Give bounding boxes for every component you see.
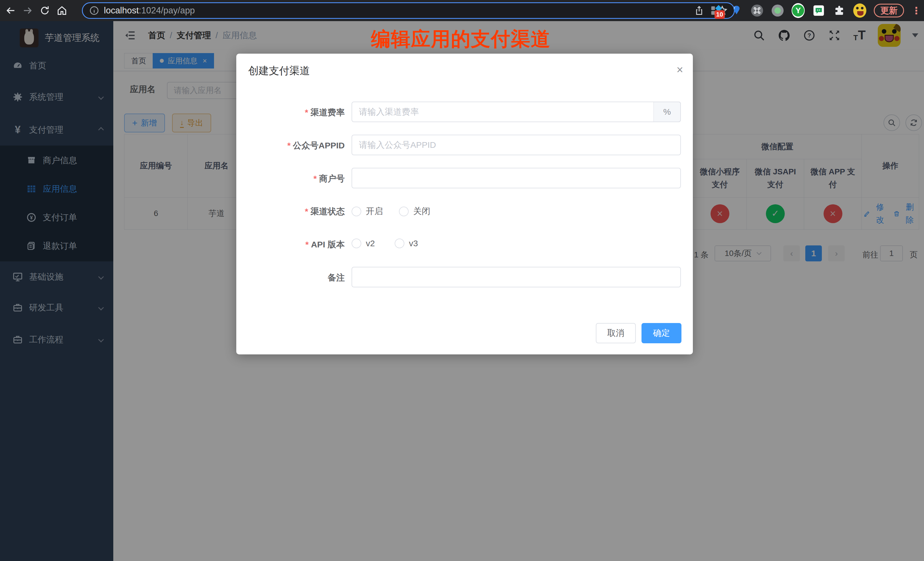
extension-y-icon[interactable]: Y bbox=[792, 4, 805, 17]
remark-label: 备注 bbox=[239, 272, 345, 284]
extension-command-icon[interactable] bbox=[750, 4, 764, 17]
extensions-puzzle-icon[interactable] bbox=[832, 4, 846, 17]
appid-label: 公众号APPID bbox=[239, 140, 345, 152]
extension-badge: 10 bbox=[714, 10, 725, 19]
url-path: :1024/pay/app bbox=[139, 5, 195, 15]
confirm-button[interactable]: 确定 bbox=[642, 323, 681, 343]
app-viewport: 芋道管理系统 首页 系统管理 ¥ 支付管理 bbox=[0, 21, 924, 561]
required-asterisk bbox=[305, 108, 308, 117]
annotation-text: 编辑应用的支付渠道 bbox=[371, 26, 576, 52]
required-asterisk bbox=[305, 207, 308, 216]
extensions-row: 10 Y bbox=[710, 0, 921, 21]
browser-menu-icon[interactable] bbox=[912, 5, 921, 16]
required-asterisk bbox=[305, 240, 309, 249]
remark-input[interactable] bbox=[352, 267, 681, 287]
forward-icon[interactable] bbox=[21, 4, 34, 17]
site-info-icon[interactable] bbox=[89, 5, 99, 16]
url-text: localhost:1024/pay/app bbox=[104, 5, 694, 16]
extension-green-dot-icon[interactable] bbox=[771, 4, 784, 17]
profile-emoji-avatar[interactable] bbox=[853, 4, 866, 17]
rate-suffix: % bbox=[654, 102, 681, 122]
extension-chat-icon[interactable] bbox=[812, 4, 825, 17]
status-radio-closed[interactable]: 关闭 bbox=[399, 206, 430, 217]
required-asterisk bbox=[287, 141, 291, 150]
update-label: 更新 bbox=[880, 5, 897, 16]
required-asterisk bbox=[314, 174, 317, 183]
back-icon[interactable] bbox=[4, 4, 17, 17]
radio-circle-icon bbox=[394, 238, 404, 248]
home-icon[interactable] bbox=[56, 4, 69, 17]
dialog-close-icon[interactable] bbox=[676, 64, 683, 75]
radio-circle-icon bbox=[352, 207, 361, 216]
dialog-title: 创建支付渠道 bbox=[248, 64, 310, 78]
status-label: 渠道状态 bbox=[239, 206, 345, 218]
browser-update-button[interactable]: 更新 bbox=[874, 4, 904, 17]
api-radio-v2[interactable]: v2 bbox=[352, 238, 375, 248]
reload-icon[interactable] bbox=[38, 4, 51, 17]
mch-label: 商户号 bbox=[239, 173, 345, 184]
radio-circle-icon bbox=[352, 238, 361, 248]
api-radio-v3[interactable]: v3 bbox=[394, 238, 418, 248]
cancel-button[interactable]: 取消 bbox=[596, 323, 636, 343]
extension-balloon-icon[interactable] bbox=[730, 4, 743, 17]
extension-diamond-icon[interactable]: 10 bbox=[710, 4, 723, 17]
status-radio-open[interactable]: 开启 bbox=[352, 206, 383, 217]
rate-input[interactable] bbox=[352, 102, 681, 122]
share-icon[interactable] bbox=[694, 5, 704, 16]
create-pay-channel-dialog: 创建支付渠道 渠道费率 % 公众号APPID 商户号 渠道状态 开启 关闭 AP… bbox=[236, 54, 693, 354]
radio-circle-icon bbox=[399, 207, 409, 216]
appid-input[interactable] bbox=[352, 135, 681, 155]
rate-label: 渠道费率 bbox=[239, 107, 345, 118]
screen: localhost:1024/pay/app 10 bbox=[0, 0, 924, 561]
mch-input[interactable] bbox=[352, 168, 681, 188]
url-bar[interactable]: localhost:1024/pay/app bbox=[82, 2, 735, 19]
api-version-label: API 版本 bbox=[239, 239, 345, 250]
url-host: localhost bbox=[104, 5, 139, 15]
browser-chrome: localhost:1024/pay/app 10 bbox=[0, 0, 924, 21]
